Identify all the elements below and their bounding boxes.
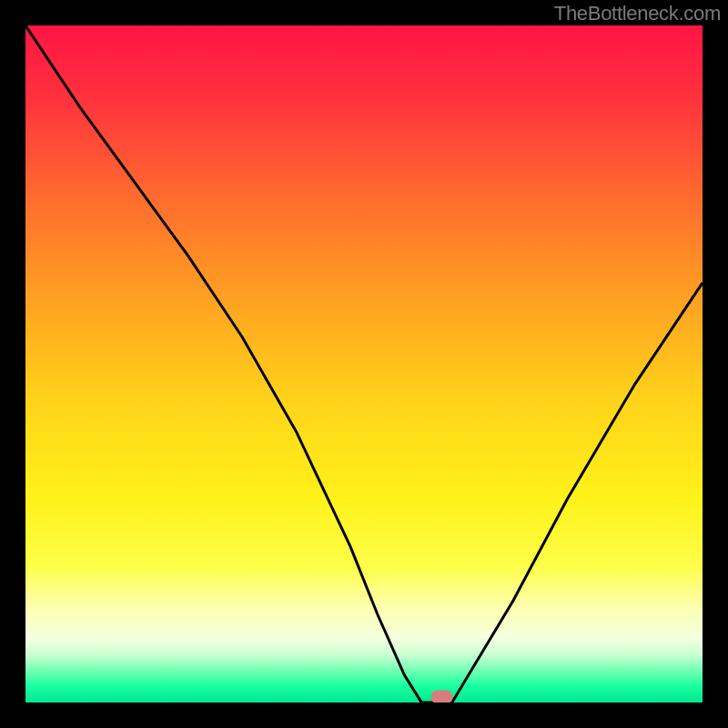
optimum-marker xyxy=(431,691,453,703)
gradient-background xyxy=(25,25,703,703)
bottleneck-chart xyxy=(25,25,703,703)
watermark-text: TheBottleneck.com xyxy=(554,2,721,25)
chart-frame: TheBottleneck.com xyxy=(0,0,728,728)
